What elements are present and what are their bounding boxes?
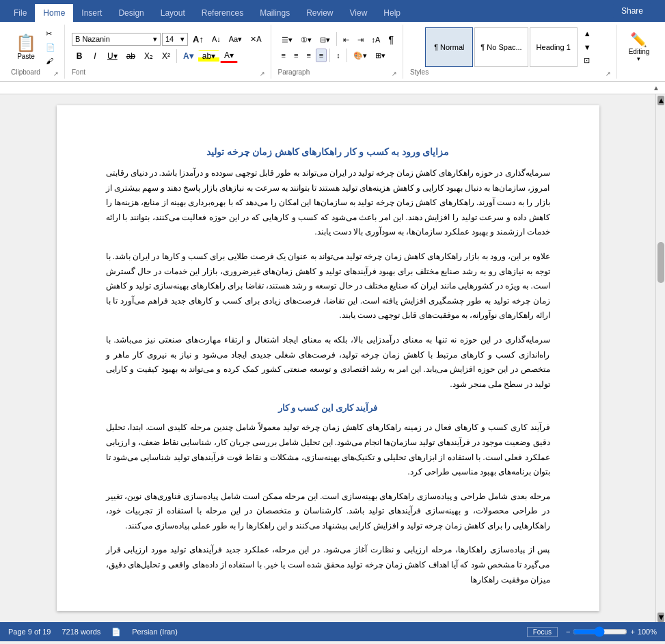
tab-review[interactable]: Review — [298, 4, 341, 22]
editing-dropdown-icon: ▾ — [637, 55, 640, 62]
cut-button[interactable]: ✂ — [42, 27, 59, 40]
styles-expand[interactable]: ⊡ — [580, 54, 595, 67]
decrease-indent-button[interactable]: ⇤ — [340, 32, 353, 47]
tab-file[interactable]: File — [5, 4, 35, 22]
style-item-no-spac...[interactable]: ¶ No Spac... — [474, 27, 528, 67]
increase-font-button[interactable]: A↑ — [189, 32, 207, 46]
main-title: مزایای ورود به کسب و کار راهکارهای کاهش … — [106, 146, 550, 158]
paragraph: پس از پیاده‌سازی راهکارها، مرحله ارزیابی… — [106, 543, 550, 587]
styles-scroll-down[interactable]: ▼ — [580, 41, 595, 53]
numbering-button[interactable]: ①▾ — [297, 32, 315, 47]
line-spacing-button[interactable]: ↕ — [333, 49, 344, 62]
collapse-ribbon-button[interactable]: ▲ — [653, 84, 660, 92]
styles-scroll-up[interactable]: ▲ — [580, 27, 595, 40]
paragraph: سرمایه‌گذاری در این حوزه نه تنها به معنا… — [106, 333, 550, 392]
style-item-heading-1[interactable]: Heading 1 — [530, 27, 578, 67]
underline-button[interactable]: U▾ — [103, 50, 122, 62]
focus-button[interactable]: Focus — [527, 627, 558, 637]
text-effects-button[interactable]: A▾ — [179, 50, 198, 62]
paragraph: فرآیند کاری کسب و کارهای فعال در زمینه ر… — [106, 420, 550, 479]
subscript-button[interactable]: X₂ — [140, 50, 157, 62]
zoom-level: 100% — [638, 628, 657, 636]
font-size-selector[interactable]: 14 ▾ — [162, 33, 188, 46]
paste-icon: 📋 — [16, 35, 36, 51]
tab-home[interactable]: Home — [35, 4, 73, 22]
paragraph: مرحله بعدی شامل طراحی و پیاده‌سازی راهکا… — [106, 489, 550, 534]
highlight-color-button[interactable]: ab▾ — [198, 50, 219, 62]
document-page: مزایای ورود به کسب و کار راهکارهای کاهش … — [57, 105, 599, 611]
tab-view[interactable]: View — [342, 4, 376, 22]
decrease-font-button[interactable]: A↓ — [208, 33, 224, 45]
superscript-button[interactable]: X² — [158, 50, 174, 62]
editing-icon: ✏️ — [630, 31, 647, 48]
language-icon: 📄 — [111, 628, 121, 636]
justify-button[interactable]: ≡ — [316, 49, 327, 62]
font-color-button[interactable]: A▾ — [220, 49, 238, 63]
bold-button[interactable]: B — [72, 50, 87, 62]
copy-button[interactable]: 📄 — [42, 41, 59, 54]
page-info: Page 9 of 19 — [8, 628, 51, 636]
style-item-normal[interactable]: ¶ Normal — [425, 27, 473, 67]
clear-formatting-button[interactable]: ✕A — [247, 33, 264, 46]
align-left-button[interactable]: ≡ — [278, 49, 289, 62]
align-center-button[interactable]: ≡ — [290, 49, 301, 62]
section2-title: فرآیند کاری این کسب و کار — [106, 403, 550, 414]
font-size-dropdown-icon: ▾ — [180, 35, 185, 44]
paste-button[interactable]: 📋 Paste — [11, 31, 41, 64]
tab-layout[interactable]: Layout — [152, 4, 193, 22]
zoom-slider[interactable] — [573, 626, 627, 637]
paragraph: علاوه بر این، ورود به بازار راهکارهای کا… — [106, 250, 550, 323]
share-button[interactable]: Share — [613, 3, 651, 18]
language: Persian (Iran) — [132, 628, 178, 636]
borders-button[interactable]: ⊞▾ — [372, 49, 389, 62]
tab-help[interactable]: Help — [375, 4, 409, 22]
font-name-selector[interactable]: B Nazanin ▾ — [72, 33, 161, 46]
font-name-dropdown-icon: ▾ — [153, 35, 157, 44]
zoom-in-button[interactable]: + — [630, 628, 634, 636]
tab-references[interactable]: References — [193, 4, 252, 22]
editing-button[interactable]: ✏️ Editing ▾ — [625, 29, 654, 65]
format-painter-button[interactable]: 🖌 — [42, 55, 59, 67]
word-count: 7218 words — [62, 628, 100, 636]
zoom-out-button[interactable]: − — [566, 628, 570, 636]
bullets-button[interactable]: ☰▾ — [278, 32, 296, 47]
multilevel-list-button[interactable]: ⊟▾ — [316, 32, 334, 47]
status-bar: Page 9 of 19 7218 words 📄 Persian (Iran)… — [0, 622, 665, 641]
scroll-up-arrow[interactable]: ▲ — [657, 96, 664, 105]
align-right-button[interactable]: ≡ — [303, 49, 314, 62]
tab-design[interactable]: Design — [110, 4, 152, 22]
sort-button[interactable]: ↕A — [368, 32, 384, 47]
show-hide-button[interactable]: ¶ — [385, 32, 397, 47]
shading-button[interactable]: 🎨▾ — [350, 49, 370, 62]
strikethrough-button[interactable]: ab — [122, 50, 139, 62]
scrollbar-thumb[interactable] — [657, 242, 664, 283]
tab-insert[interactable]: Insert — [73, 4, 110, 22]
change-case-button[interactable]: Aa▾ — [226, 33, 245, 46]
increase-indent-button[interactable]: ⇥ — [354, 32, 367, 47]
vertical-scrollbar[interactable]: ▲ ▼ — [655, 94, 665, 622]
scroll-down-arrow[interactable]: ▼ — [657, 613, 664, 622]
italic-button[interactable]: I — [87, 50, 103, 62]
paragraph: سرمایه‌گذاری در حوزه راهکارهای کاهش زمان… — [106, 166, 550, 240]
tab-mailings[interactable]: Mailings — [252, 4, 298, 22]
